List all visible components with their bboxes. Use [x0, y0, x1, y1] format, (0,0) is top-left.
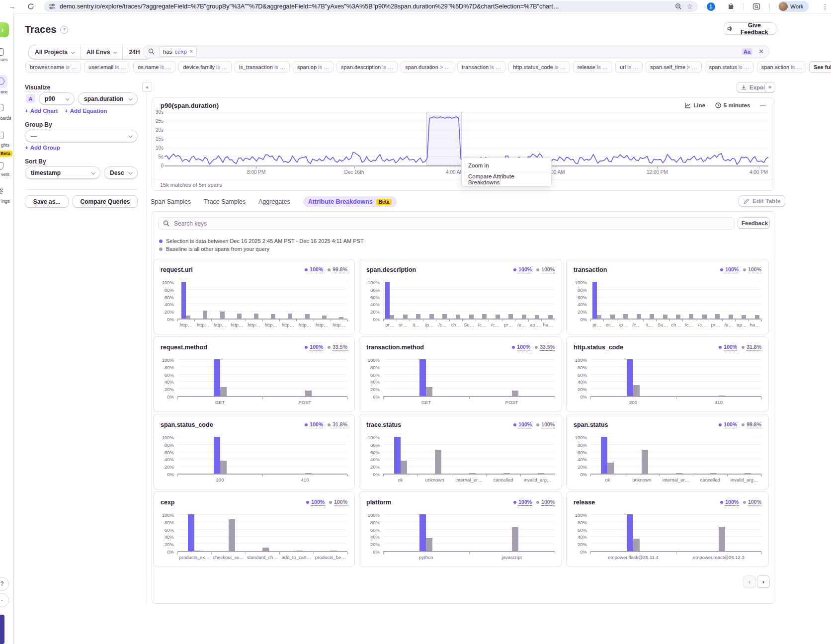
- baseline-bar-pr…[interactable]: [715, 314, 720, 319]
- filter-chip-user.email[interactable]: user.emailis …: [84, 61, 130, 73]
- breakdown-plot[interactable]: [177, 437, 347, 475]
- help-button[interactable]: ?: [0, 577, 9, 591]
- selection-bar-ok[interactable]: [394, 437, 401, 474]
- sidebar-item-explore[interactable]: ore: [0, 89, 7, 94]
- selection-percentage-link[interactable]: 100%: [513, 499, 532, 506]
- baseline-bar-cancelled[interactable]: [710, 473, 717, 474]
- baseline-bar-/e…[interactable]: [522, 315, 526, 319]
- baseline-bar-empower.flask@25.11.4[interactable]: [633, 539, 640, 551]
- filter-chip-release[interactable]: releaseis …: [573, 61, 612, 73]
- assistant-button[interactable]: ·: [0, 593, 9, 607]
- see-full-list-button[interactable]: See full list: [809, 61, 831, 73]
- sort-direction-select[interactable]: Desc: [104, 166, 138, 179]
- add-equation-link[interactable]: +Add Equation: [65, 108, 107, 114]
- baseline-bar-pr…[interactable]: [390, 315, 394, 319]
- add-chart-link[interactable]: +Add Chart: [25, 108, 58, 114]
- lens-search-icon[interactable]: [751, 1, 761, 11]
- baseline-bar-200[interactable]: [220, 461, 227, 474]
- selection-bar-python[interactable]: [419, 514, 426, 551]
- drawer-handle[interactable]: [0, 615, 4, 644]
- baseline-percentage-link[interactable]: 99.8%: [742, 421, 761, 428]
- chart-more-menu[interactable]: ⋯: [760, 102, 766, 109]
- breakdown-plot[interactable]: [177, 514, 347, 552]
- filter-chip-span.description[interactable]: span.descriptionis …: [336, 61, 398, 73]
- case-sensitivity-toggle[interactable]: Aa: [742, 48, 752, 55]
- selection-bar-200[interactable]: [214, 437, 220, 474]
- project-filter[interactable]: All Projects: [29, 45, 81, 59]
- baseline-bar-ha…[interactable]: [755, 315, 759, 319]
- search-keys-input[interactable]: [173, 220, 730, 228]
- selection-percentage-link[interactable]: 100%: [306, 499, 325, 506]
- filter-chip-span.duration[interactable]: span.duration> …: [401, 61, 454, 73]
- selection-percentage-link[interactable]: 100%: [305, 421, 323, 428]
- baseline-bar-unknown[interactable]: [642, 450, 648, 474]
- aggregate-select[interactable]: p90: [39, 92, 75, 105]
- baseline-bar-/p…[interactable]: [623, 314, 628, 319]
- baseline-bar-POST[interactable]: [512, 391, 518, 396]
- baseline-bar-internal_er…[interactable]: [676, 473, 682, 474]
- interval-control[interactable]: 5 minutes: [715, 102, 750, 108]
- remove-token-icon[interactable]: ✕: [189, 49, 193, 54]
- filter-chip-url[interactable]: urlis …: [615, 61, 643, 73]
- baseline-bar-invalid_arg…[interactable]: [538, 473, 544, 474]
- selection-percentage-link[interactable]: 100%: [720, 266, 739, 273]
- selection-percentage-link[interactable]: 100%: [512, 344, 530, 351]
- filter-chip-span.action[interactable]: span.actionis …: [757, 61, 806, 73]
- baseline-percentage-link[interactable]: 31.8%: [742, 344, 761, 351]
- selection-bar-http…[interactable]: [181, 282, 186, 319]
- environment-filter[interactable]: All Envs: [81, 45, 123, 59]
- tab-aggregates[interactable]: Aggregates: [258, 198, 290, 205]
- baseline-bar-410[interactable]: [719, 396, 725, 397]
- selection-bar-GET[interactable]: [419, 359, 426, 396]
- menu-item-zoom-in[interactable]: Zoom in: [462, 159, 551, 171]
- baseline-bar-http…[interactable]: [322, 316, 327, 319]
- baseline-bar-invalid_arg…[interactable]: [745, 473, 751, 474]
- selection-bar-pr…[interactable]: [385, 282, 390, 319]
- filter-chip-os.name[interactable]: os.nameis …: [133, 61, 175, 73]
- search-token-has-cexp[interactable]: has cexp ✕: [160, 46, 197, 57]
- baseline-bar-products_ex…[interactable]: [194, 551, 201, 552]
- tab-trace-samples[interactable]: Trace Samples: [204, 198, 246, 205]
- sidebar-item-insights[interactable]: ghts: [1, 143, 9, 148]
- baseline-bar-http…[interactable]: [305, 314, 310, 319]
- baseline-bar-http…[interactable]: [271, 314, 275, 319]
- tab-span-samples[interactable]: Span Samples: [151, 198, 191, 205]
- baseline-bar-it…[interactable]: [416, 314, 420, 319]
- chart-selection-region[interactable]: [426, 112, 462, 165]
- browser-profile-button[interactable]: Work: [778, 1, 809, 12]
- filter-chip-transaction[interactable]: transactionis …: [457, 61, 505, 73]
- extensions-icon[interactable]: [726, 1, 736, 11]
- baseline-bar-/p…[interactable]: [429, 314, 434, 319]
- baseline-bar-/c…[interactable]: [689, 314, 693, 319]
- breakdown-plot[interactable]: [177, 282, 347, 320]
- breakdown-plot[interactable]: [590, 359, 761, 397]
- baseline-percentage-link[interactable]: 100%: [743, 499, 761, 506]
- baseline-bar-/c…[interactable]: [442, 314, 447, 319]
- baseline-percentage-link[interactable]: 100%: [536, 421, 555, 428]
- baseline-percentage-link[interactable]: 100%: [329, 499, 347, 506]
- breakdown-plot[interactable]: [383, 437, 555, 475]
- filter-chip-http.status_code[interactable]: http.status_codeis …: [508, 61, 570, 73]
- chart-type-control[interactable]: Line: [685, 102, 705, 108]
- compare-queries-button[interactable]: Compare Queries: [73, 195, 138, 208]
- breakdown-plot[interactable]: [177, 359, 347, 397]
- baseline-bar-checkout_su…[interactable]: [229, 519, 235, 551]
- edit-table-button[interactable]: Edit Table: [739, 195, 785, 207]
- baseline-percentage-link[interactable]: 31.8%: [328, 421, 347, 428]
- selection-bar-200[interactable]: [627, 359, 633, 396]
- add-group-link[interactable]: +Add Group: [25, 145, 60, 151]
- filter-chip-span.status[interactable]: span.statusis …: [705, 61, 754, 73]
- baseline-bar-ok[interactable]: [401, 461, 407, 474]
- breakdown-plot[interactable]: [383, 282, 555, 320]
- baseline-percentage-link[interactable]: 33.5%: [535, 344, 555, 351]
- menu-item-compare-attribute-breakdowns[interactable]: Compare Attribute Breakdowns: [462, 173, 551, 185]
- baseline-bar-/c…[interactable]: [702, 315, 707, 319]
- prevent-icon[interactable]: [0, 162, 3, 170]
- sidebar-item-settings[interactable]: ings: [1, 199, 10, 204]
- breakdown-plot[interactable]: [590, 437, 761, 475]
- baseline-bar-python[interactable]: [426, 538, 432, 551]
- selection-bar-GET[interactable]: [214, 359, 220, 396]
- filter-chip-is_transaction[interactable]: is_transactionis …: [235, 61, 290, 73]
- baseline-bar-ch…[interactable]: [456, 315, 460, 319]
- baseline-bar-ha…[interactable]: [548, 315, 553, 319]
